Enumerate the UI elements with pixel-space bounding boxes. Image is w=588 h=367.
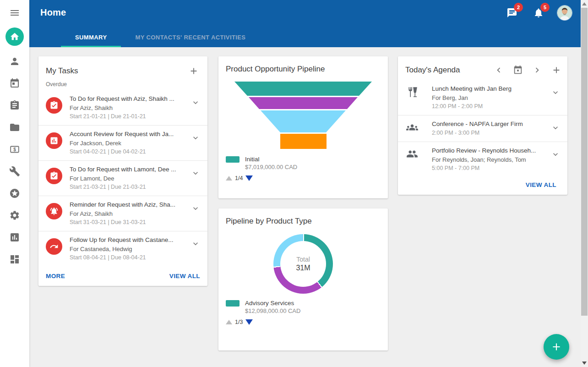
header-actions: 2 5	[504, 5, 572, 21]
account-review-icon	[46, 132, 62, 149]
legend-label: Advisory Services	[245, 299, 300, 307]
tasks-view-all-button[interactable]: VIEW ALL	[169, 273, 200, 279]
sidebar-item-settings[interactable]	[5, 206, 24, 225]
agenda-prev-day-button[interactable]	[492, 64, 505, 77]
content-area: My Tasks Overdue To Do for Request with …	[29, 47, 581, 367]
messages-button[interactable]: 2	[504, 5, 520, 21]
reminder-bell-icon	[46, 203, 62, 219]
agenda-item-title[interactable]: Conference - NAPFA Larger Firm	[432, 120, 548, 129]
funnel-legend: Initial $7,019,000.00 CAD	[226, 155, 381, 171]
sidebar-item-calendar[interactable]	[5, 74, 24, 93]
tab-summary[interactable]: SUMMARY	[61, 27, 121, 47]
agenda-row: Conference - NAPFA Larger Firm 2:00 PM -…	[398, 115, 567, 142]
todo-check-icon	[46, 168, 62, 184]
sidebar-item-opportunities[interactable]: $	[5, 140, 24, 159]
donut-card-title: Pipeline by Product Type	[226, 217, 381, 226]
todays-agenda-card: Today's Agenda Lunch	[398, 56, 567, 195]
pager-up-icon[interactable]	[226, 320, 232, 324]
task-for: For Castaneda, Hedwig	[70, 245, 188, 253]
tab-my-contacts-recent-activities[interactable]: MY CONTACTS' RECENT ACTIVITIES	[121, 27, 260, 47]
add-task-button[interactable]	[187, 65, 200, 77]
funnel-card-title: Product Opportunity Pipeline	[226, 65, 381, 74]
expand-appointment-button[interactable]	[548, 147, 563, 162]
sidebar-item-dashboard[interactable]	[5, 250, 24, 268]
task-row: Reminder for Request with Aziz, Sha... F…	[38, 196, 207, 231]
agenda-next-day-button[interactable]	[531, 64, 544, 77]
sidebar-item-files[interactable]	[5, 118, 24, 137]
product-opportunity-pipeline-card: Product Opportunity Pipeline Initial $7,…	[218, 56, 388, 198]
notifications-button[interactable]: 5	[530, 5, 547, 21]
expand-task-button[interactable]	[188, 131, 203, 145]
task-title[interactable]: Follow Up for Request with Castane...	[70, 236, 188, 245]
task-dates: Start 08-04-21 | Due 08-04-21	[70, 253, 188, 262]
pager-down-icon[interactable]	[245, 175, 253, 181]
expand-task-button[interactable]	[188, 95, 203, 110]
expand-task-button[interactable]	[188, 201, 203, 216]
todo-check-icon	[46, 97, 62, 114]
sidebar-item-contacts[interactable]	[5, 52, 24, 71]
legend-label: Initial	[245, 155, 297, 163]
task-title[interactable]: To Do for Request with Lamont, Dee ...	[70, 165, 188, 174]
chevron-down-icon	[551, 150, 560, 159]
header: Home 2 5 SUMMARY MY CONT	[29, 0, 581, 47]
agenda-item-for: For Berg, Jan	[432, 93, 548, 102]
donut-center: Total 31M	[280, 241, 326, 287]
sidebar-item-tasks[interactable]	[5, 96, 24, 115]
agenda-item-for: For Reynolds, Joan; Reynolds, Tom	[432, 155, 548, 164]
task-row: Account Review for Request with Ja... Fo…	[38, 125, 207, 160]
vertical-scrollbar	[581, 0, 588, 367]
add-new-fab[interactable]	[544, 334, 569, 360]
scrollbar-thumb[interactable]	[581, 8, 588, 316]
overdue-label: Overdue	[38, 79, 207, 90]
sidebar-item-reports[interactable]	[5, 228, 24, 246]
meal-icon	[406, 86, 432, 100]
donut-chart[interactable]: Total 31M	[273, 234, 333, 294]
avatar[interactable]	[557, 5, 572, 21]
funnel-chart[interactable]	[226, 80, 381, 150]
expand-appointment-button[interactable]	[548, 121, 563, 135]
scroll-down-button[interactable]	[581, 359, 588, 367]
task-for: For Aziz, Shaikh	[70, 104, 188, 112]
scroll-up-button[interactable]	[581, 0, 588, 8]
task-dates: Start 21-01-21 | Due 21-01-21	[70, 112, 188, 121]
task-title[interactable]: To Do for Request with Aziz, Shaikh ...	[70, 94, 188, 104]
calendar-icon	[9, 78, 20, 89]
agenda-row: Lunch Meeting with Jan Berg For Berg, Ja…	[398, 80, 567, 115]
agenda-item-title[interactable]: Lunch Meeting with Jan Berg	[432, 84, 548, 93]
pager-down-icon[interactable]	[245, 319, 253, 325]
agenda-item-title[interactable]: Portfolio Review - Reynolds Househ...	[432, 146, 548, 155]
plus-icon	[189, 66, 199, 76]
scroll-up-icon	[582, 2, 587, 5]
task-for: For Lamont, Dee	[70, 174, 188, 183]
chevron-down-icon	[191, 98, 200, 107]
chevron-down-icon	[191, 239, 200, 248]
wrench-icon	[9, 166, 20, 177]
expand-appointment-button[interactable]	[548, 85, 563, 100]
star-circle-icon	[9, 188, 20, 199]
more-button[interactable]: MORE	[46, 273, 65, 279]
pipeline-by-product-type-card: Pipeline by Product Type Total 31M Advis…	[218, 208, 388, 351]
chevron-down-icon	[191, 133, 200, 142]
add-appointment-button[interactable]	[550, 64, 563, 77]
donut-legend: Advisory Services $12,098,000.00 CAD	[226, 299, 381, 315]
menu-button[interactable]	[5, 4, 24, 22]
person-icon	[9, 56, 20, 67]
task-for: For Aziz, Shaikh	[70, 209, 188, 218]
people-icon	[406, 148, 432, 162]
chevron-right-icon	[532, 65, 542, 75]
donut-total-label: Total	[296, 255, 310, 263]
agenda-view-all-button[interactable]: VIEW ALL	[526, 181, 556, 188]
task-title[interactable]: Reminder for Request with Aziz, Sha...	[70, 200, 188, 209]
sidebar-item-tools[interactable]	[5, 162, 24, 181]
task-dates: Start 31-03-21 | Due 31-03-21	[70, 218, 188, 227]
task-title[interactable]: Account Review for Request with Ja...	[70, 130, 188, 139]
sidebar-item-home[interactable]	[5, 27, 24, 46]
agenda-calendar-button[interactable]	[512, 64, 524, 77]
agenda-item-time: 5:00 PM - 7:00 PM	[432, 164, 548, 173]
dollar-card-icon: $	[9, 144, 20, 155]
pager-up-icon[interactable]	[226, 176, 232, 181]
bar-chart-icon	[9, 232, 20, 243]
sidebar-item-favorites[interactable]	[5, 184, 24, 203]
expand-task-button[interactable]	[188, 166, 203, 181]
expand-task-button[interactable]	[188, 236, 203, 251]
